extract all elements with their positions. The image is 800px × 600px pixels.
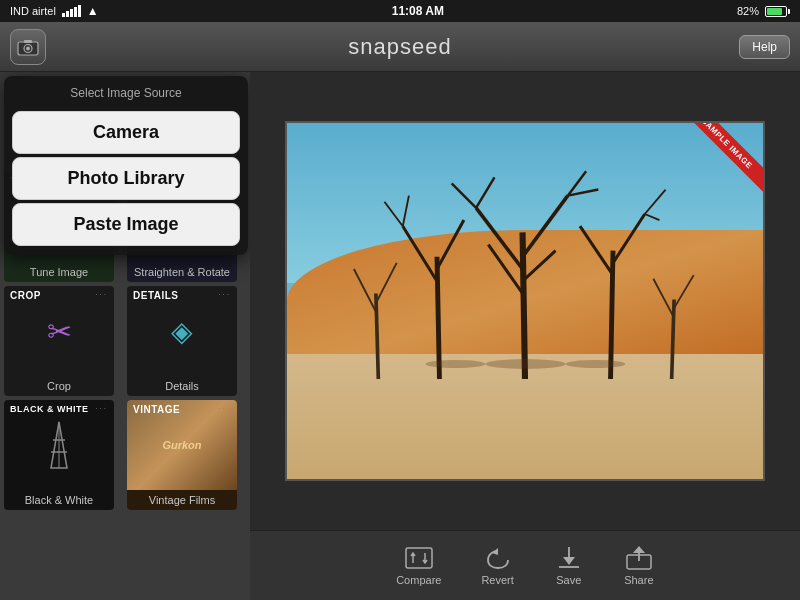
vintage-label: Vintage Films: [127, 490, 237, 510]
straighten-label: Straighten & Rotate: [127, 262, 237, 282]
svg-line-21: [403, 196, 409, 227]
photo-frame: SAMPLE IMAGE: [285, 121, 765, 481]
revert-icon: [484, 547, 512, 569]
svg-line-19: [437, 220, 464, 269]
camera-button[interactable]: [10, 29, 46, 65]
battery-icon: [765, 6, 790, 17]
share-icon: [625, 545, 653, 571]
status-time: 11:08 AM: [392, 4, 444, 18]
svg-line-20: [384, 202, 402, 226]
top-bar: snapseed Help: [0, 22, 800, 72]
wifi-icon: ▲: [87, 4, 99, 18]
bottom-toolbar: Compare Revert: [250, 530, 800, 600]
camera-option[interactable]: Camera: [12, 111, 240, 154]
dropdown-title: Select Image Source: [4, 82, 248, 108]
image-source-dropdown: Select Image Source Camera Photo Library…: [4, 76, 248, 255]
tool-details[interactable]: ··· DETAILS ◈ Details: [127, 286, 237, 396]
battery-percent: 82%: [737, 5, 759, 17]
tool-black-white[interactable]: ··· BLACK & WHITE Black & White: [4, 400, 114, 510]
share-button[interactable]: Share: [624, 546, 654, 586]
details-icon: ◈: [171, 315, 193, 348]
camera-icon: [17, 38, 39, 56]
image-display-area: SAMPLE IMAGE: [250, 72, 800, 530]
eiffel-icon: [39, 420, 79, 470]
crop-label: Crop: [4, 376, 114, 396]
sample-badge: SAMPLE IMAGE: [676, 123, 763, 195]
svg-line-29: [376, 263, 397, 303]
svg-rect-3: [24, 40, 32, 43]
sidebar: Select Image Source Camera Photo Library…: [0, 72, 250, 600]
compare-icon: [405, 547, 433, 569]
main-area: Select Image Source Camera Photo Library…: [0, 72, 800, 600]
svg-line-18: [403, 227, 437, 282]
save-button[interactable]: Save: [554, 546, 584, 586]
paste-image-option[interactable]: Paste Image: [12, 203, 240, 246]
bw-label: Black & White: [4, 490, 114, 510]
compare-label: Compare: [396, 574, 441, 586]
tool-vintage[interactable]: ··· VINTAGE Gurkon Vintage Films: [127, 400, 237, 510]
vintage-text-icon: Gurkon: [162, 439, 201, 451]
compare-button[interactable]: Compare: [396, 546, 441, 586]
shadows-svg: [335, 349, 716, 379]
content-area: SAMPLE IMAGE Compare: [250, 72, 800, 600]
svg-point-2: [26, 46, 30, 50]
revert-label: Revert: [481, 574, 513, 586]
share-label: Share: [624, 574, 653, 586]
svg-point-33: [425, 360, 485, 368]
carrier-text: IND airtel: [10, 5, 56, 17]
trees-svg: [335, 159, 715, 379]
crop-icon: ✂: [47, 314, 72, 349]
save-icon: [555, 545, 583, 571]
svg-line-24: [613, 214, 645, 263]
svg-point-35: [565, 360, 625, 368]
svg-point-34: [485, 359, 565, 369]
svg-rect-36: [406, 548, 432, 568]
save-label: Save: [556, 574, 581, 586]
svg-line-16: [523, 251, 556, 282]
svg-line-25: [645, 190, 666, 214]
svg-line-32: [674, 275, 694, 308]
svg-line-26: [645, 214, 660, 220]
svg-line-11: [452, 184, 476, 208]
signal-icon: [62, 5, 81, 17]
svg-marker-43: [633, 546, 645, 553]
tool-crop[interactable]: ··· CROP ✂ Crop: [4, 286, 114, 396]
svg-line-10: [523, 196, 568, 257]
svg-line-15: [488, 245, 522, 294]
svg-line-28: [354, 269, 376, 312]
details-label: Details: [127, 376, 237, 396]
tune-image-label: Tune Image: [4, 262, 114, 282]
photo-library-option[interactable]: Photo Library: [12, 157, 240, 200]
svg-line-23: [580, 227, 613, 276]
svg-line-12: [476, 178, 494, 209]
help-button[interactable]: Help: [739, 35, 790, 59]
app-title: snapseed: [348, 34, 451, 60]
revert-button[interactable]: Revert: [481, 546, 513, 586]
svg-line-31: [653, 279, 674, 318]
sample-badge-wrapper: SAMPLE IMAGE: [673, 123, 763, 213]
svg-marker-39: [563, 557, 575, 565]
status-bar: IND airtel ▲ 11:08 AM 82%: [0, 0, 800, 22]
